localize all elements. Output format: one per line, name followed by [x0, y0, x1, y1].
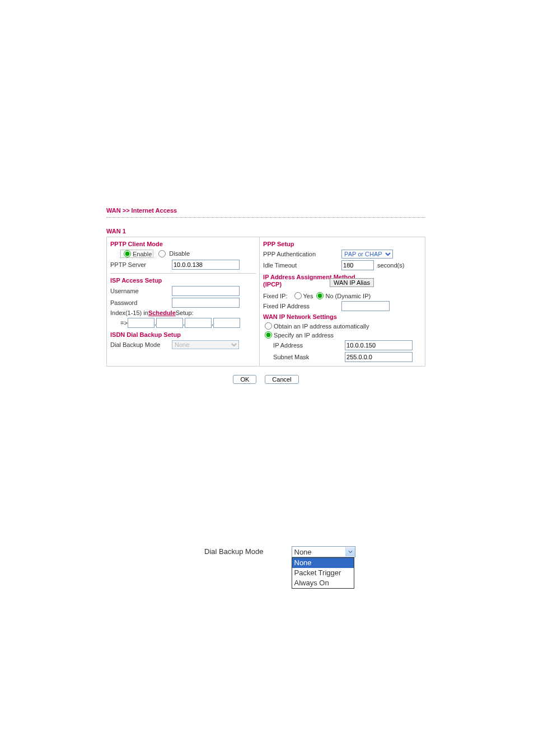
ok-button[interactable]: OK	[233, 375, 256, 384]
password-input[interactable]	[172, 298, 240, 308]
subnet-mask-input[interactable]	[345, 352, 413, 362]
isp-access-setup-title: ISP Access Setup	[110, 277, 256, 284]
specify-ip-radio[interactable]	[265, 331, 272, 339]
pptp-server-input[interactable]	[172, 260, 240, 270]
obtain-auto-label: Obtain an IP address automatically	[274, 323, 369, 330]
fixed-ip-address-label: Fixed IP Address	[263, 303, 341, 309]
fixed-ip-no-radio[interactable]	[316, 292, 324, 299]
breadcrumb: WAN >> Internet Access	[106, 207, 425, 218]
password-label: Password	[110, 299, 172, 306]
pptp-client-mode-title: PPTP Client Mode	[110, 241, 256, 247]
schedule-input-4[interactable]	[213, 318, 240, 328]
ip-address-input[interactable]	[345, 340, 413, 350]
dial-backup-mode-label-2: Dial Backup Mode	[204, 546, 264, 556]
dial-backup-mode-label: Dial Backup Mode	[110, 341, 172, 348]
fixed-ip-yes-radio[interactable]	[294, 292, 302, 299]
ppp-auth-label: PPP Authentication	[263, 251, 341, 257]
schedule-input-1[interactable]	[128, 318, 154, 328]
fixed-ip-address-input[interactable]	[341, 301, 390, 311]
dial-backup-mode-select-2[interactable]: None	[292, 546, 355, 557]
wan-ip-network-title: WAN IP Network Settings	[263, 313, 421, 320]
pptp-server-label: PPTP Server	[110, 261, 172, 268]
chevron-down-icon[interactable]	[345, 547, 355, 556]
wan-ip-alias-button[interactable]: WAN IP Alias	[330, 278, 374, 287]
dial-backup-mode-select[interactable]: None	[172, 340, 239, 349]
fixed-ip-no-label: No (Dynamic IP)	[325, 293, 371, 299]
specify-ip-label: Specify an IP address	[274, 332, 334, 339]
ppp-auth-select[interactable]: PAP or CHAP	[341, 250, 393, 259]
pptp-disable-radio[interactable]	[158, 250, 166, 257]
dropdown-option-none[interactable]: None	[292, 558, 354, 568]
obtain-auto-radio[interactable]	[265, 322, 272, 330]
isdn-dial-backup-title: ISDN Dial Backup Setup	[110, 331, 256, 338]
pptp-enable-label: Enable	[133, 251, 152, 257]
cancel-button[interactable]: Cancel	[265, 375, 298, 384]
dropdown-option-packet-trigger[interactable]: Packet Trigger	[292, 568, 354, 578]
idle-timeout-label: Idle Timeout	[263, 262, 341, 269]
seconds-label: second(s)	[377, 262, 404, 269]
dropdown-list: None Packet Trigger Always On	[292, 557, 354, 589]
schedule-link[interactable]: Schedule	[148, 309, 176, 316]
fixed-ip-label: Fixed IP:	[263, 293, 287, 299]
username-label: Username	[110, 288, 172, 294]
index-suffix: Setup:	[176, 309, 194, 316]
schedule-arrow: =>	[120, 320, 128, 326]
settings-table: PPTP Client Mode Enable Disable PPTP Ser…	[106, 237, 425, 367]
dropdown-option-always-on[interactable]: Always On	[292, 578, 354, 588]
dropdown-selected-text: None	[294, 548, 312, 556]
subnet-mask-label: Subnet Mask	[273, 354, 345, 360]
schedule-input-3[interactable]	[185, 318, 212, 328]
username-input[interactable]	[172, 286, 240, 296]
index-prefix: Index(1-15) in	[110, 309, 148, 316]
pptp-enable-radio[interactable]	[124, 250, 131, 257]
ip-address-label: IP Address	[273, 342, 345, 349]
pptp-disable-label: Disable	[169, 250, 190, 257]
ppp-setup-title: PPP Setup	[263, 241, 421, 247]
wan-section-title: WAN 1	[106, 228, 425, 234]
schedule-input-2[interactable]	[156, 318, 183, 328]
idle-timeout-input[interactable]	[341, 260, 374, 270]
fixed-ip-yes-label: Yes	[303, 293, 313, 299]
